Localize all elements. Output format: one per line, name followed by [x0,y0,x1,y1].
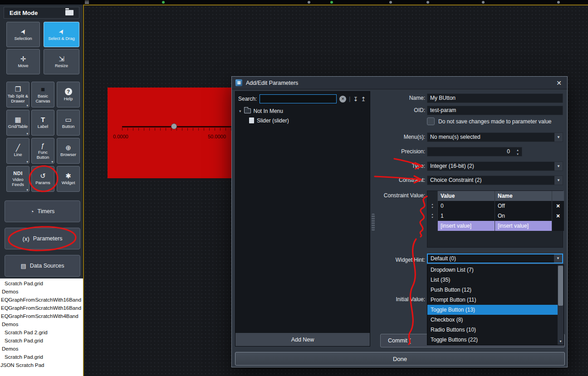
list-item[interactable]: Scratch Pad 2.grid [0,328,83,337]
dropdown-option-selected[interactable]: Toggle Button (13) [427,305,558,315]
value-cell[interactable]: 1 [438,211,495,221]
delete-row-icon[interactable]: ✕ [552,201,564,211]
clear-search-icon[interactable]: ✕ [339,96,346,103]
tool-basic-canvas[interactable]: ■ Basic Canvas [31,82,54,107]
expand-arrow-icon[interactable]: ▾ [239,109,241,113]
tree-folder-not-in-menu[interactable]: ▾ Not In Menu [235,106,370,116]
timers-button[interactable]: ◔ Timers [5,200,80,222]
done-button[interactable]: Done [235,352,565,366]
insert-name-cell[interactable]: [insert value] [495,221,552,231]
insert-value-cell[interactable]: [insert value] [438,221,495,231]
toolbar-icon[interactable] [557,1,560,4]
list-item[interactable]: Scratch Pad.grid [0,279,83,288]
toolbar-icon[interactable] [308,1,310,4]
tool-help[interactable]: ? Help [57,82,80,107]
tool-params[interactable]: ↺ Params [31,166,54,192]
grid-table-icon: ▦ [15,116,21,123]
chevron-down-icon[interactable]: ▼ [554,162,563,171]
scrollbar[interactable]: ▾ [558,265,564,345]
chevron-down-icon[interactable]: ▼ [554,133,563,142]
widget-hint-dropdown[interactable]: Default (0) ▼ [427,254,563,264]
row-reorder-icon[interactable]: ▴▾ [427,211,437,221]
dropdown-option[interactable]: Push Button (12) [427,285,558,295]
canvas-icon: ■ [41,86,45,93]
menus-label: Menu(s): [378,132,425,142]
tool-browser[interactable]: ⊕ Browser [57,138,80,164]
type-dropdown[interactable]: Integer (16-bit) (2) ▼ [427,161,563,171]
tool-selection[interactable]: ➤ Selection [6,22,40,47]
oid-field[interactable]: test-param [427,106,563,115]
type-label: Type: [378,161,425,171]
tool-resize[interactable]: ⇲ Resize [44,49,79,74]
toolbar-icon[interactable] [389,1,392,4]
no-save-checkbox[interactable] [427,117,435,125]
dialog-titlebar[interactable]: ▦ Add/Edit Parameters ✕ [232,77,567,89]
name-field[interactable]: My BUtton [427,93,563,103]
tool-tab-split-drawer[interactable]: ❐ Tab Split & Drawer ▾ [6,82,29,107]
name-cell[interactable]: Off [495,201,552,211]
table-row: ▴▾ 0 Off ✕ [427,201,563,211]
document-icon [249,117,254,123]
sort-descending-icon[interactable]: ↧ [353,96,358,102]
row-reorder-icon[interactable]: ▴▾ [427,201,437,211]
tool-select-drag[interactable]: ➤ Select & Drag [44,22,79,47]
constraint-dropdown[interactable]: Choice Constraint (2) ▼ [427,176,563,185]
chevron-down-icon[interactable]: ▼ [554,176,563,185]
name-cell[interactable]: On [495,211,552,221]
tool-widget[interactable]: ✱ Widget [57,166,80,192]
tool-func-button[interactable]: ƒ Func Button ▾ [31,138,54,164]
function-icon: ƒ [41,142,44,149]
dropdown-option[interactable]: Dropdown List (7) [427,265,558,275]
scroll-down-icon[interactable]: ▾ [558,338,564,345]
list-item[interactable]: EQGraphFromScratchWith16Band [0,296,83,304]
tool-ndi-video-feeds[interactable]: NDI Video Feeds ▾ [6,166,29,192]
toolbar-icon[interactable] [426,1,429,4]
dropdown-option[interactable]: List (35) [427,275,558,285]
spinner-arrows-icon[interactable]: ▴▾ [514,148,521,156]
value-cell[interactable]: 0 [438,201,495,211]
list-item[interactable]: Demos [0,320,83,328]
search-label: Search: [238,96,257,102]
tool-label[interactable]: T Label [31,110,54,136]
list-item[interactable]: Scratch Pad.grid [0,353,83,361]
list-item[interactable]: Demos [0,288,83,296]
data-sources-button[interactable]: ▤ Data Sources [5,255,80,277]
table-row: ▴▾ 1 On ✕ [427,211,563,221]
precision-stepper[interactable]: 0 ▴▾ [427,147,522,156]
tool-grid-table[interactable]: ▦ Grid/Table ▾ [6,110,29,136]
sort-ascending-icon[interactable]: ↥ [361,96,366,102]
list-item[interactable]: JSON Scratch Pad [0,361,83,369]
add-new-button[interactable]: Add New [235,332,370,346]
tool-move[interactable]: ✛ Move [6,49,40,74]
dropdown-option[interactable]: Toggle Buttons (22) [427,335,558,345]
list-item[interactable]: Demos [0,345,83,353]
delete-row-icon[interactable]: ✕ [552,211,564,221]
dropdown-option[interactable]: Prompt Button (11) [427,295,558,305]
scrollbar-thumb[interactable] [558,266,563,306]
panel-splitter-handle[interactable] [372,214,375,231]
edit-mode-title: Edit Mode [10,10,38,16]
list-item[interactable]: EQGraphFromScratchWith4Band [0,312,83,320]
clock-icon: ◔ [30,208,34,215]
tree-item-slider[interactable]: Slider (slider) [235,116,370,125]
list-item[interactable]: Scratch Pad.grid [0,337,83,345]
search-input[interactable] [260,94,337,103]
close-icon[interactable]: ✕ [554,79,564,87]
parameters-icon: (x) [23,235,29,242]
button-icon: ▭ [65,116,71,123]
dropdown-option[interactable]: Radio Buttons (10) [427,325,558,335]
folder-icon[interactable] [65,10,74,15]
table-insert-row: [insert value] [insert value] [427,221,563,231]
tool-line[interactable]: ╱ Line ▾ [6,138,29,164]
parameters-button[interactable]: (x) Parameters [5,228,80,249]
tool-button[interactable]: ▭ Button [57,110,80,136]
chevron-down-icon[interactable]: ▼ [554,254,562,263]
menus-dropdown[interactable]: No menu(s) selected ▼ [427,132,563,142]
widget-hint-label: Widget Hint: [378,255,425,265]
slider-handle[interactable] [171,123,177,129]
precision-label: Precision: [378,147,425,156]
hamburger-menu-icon[interactable] [85,1,89,4]
list-item[interactable]: EQGraphFromScratchWith16Band [0,304,83,312]
toolbar-icon[interactable] [482,1,485,4]
dropdown-option[interactable]: Checkbox (8) [427,315,558,325]
